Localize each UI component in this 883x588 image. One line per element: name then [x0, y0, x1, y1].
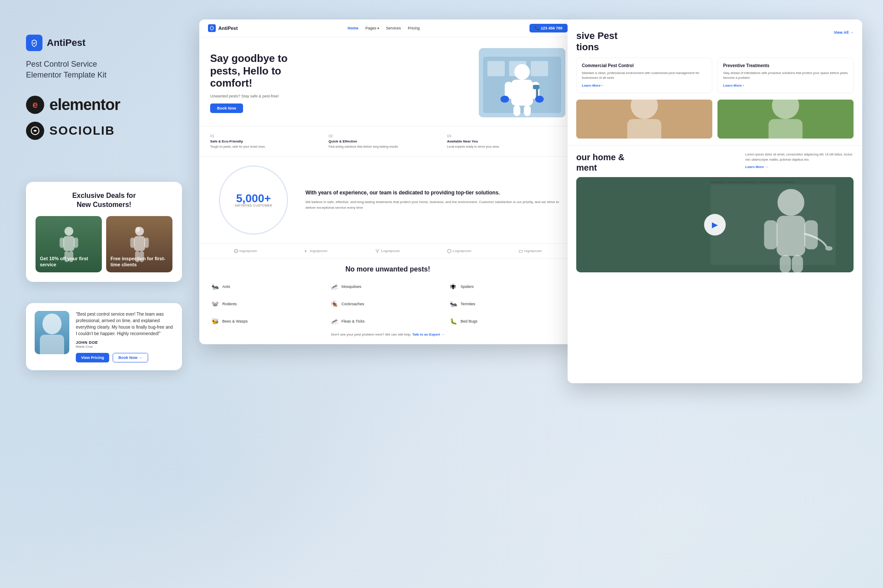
- nav-cta-button[interactable]: 📞 123 456 789: [529, 24, 568, 32]
- protect-home-title: our home &ment: [576, 152, 624, 173]
- about-desc: We believe in safe, effective, and long-…: [305, 200, 565, 211]
- service-image-1: [576, 100, 712, 139]
- deal-label-2: Free inspection for first-time clients: [110, 255, 168, 268]
- service-card-preventive-link[interactable]: Learn More ›: [723, 84, 848, 87]
- right-panel: sive Pest tions View All → Commercial Pe…: [568, 19, 862, 383]
- logo-3: Logoipsum: [375, 249, 400, 253]
- pests-footer: Don't see your pest problem here? We can…: [210, 333, 565, 336]
- pest-name-fleas: Fleas & Ticks: [341, 319, 365, 323]
- bedbug-icon: 🐛: [448, 317, 458, 326]
- pest-item-bedbugs: 🐛 Bed Bugs: [448, 314, 565, 328]
- sociolib-label: SOCIOLIB: [49, 124, 115, 138]
- feature-item-2: 02 Quick & Effective Fast-acting solutio…: [328, 132, 447, 151]
- svg-rect-15: [134, 236, 145, 251]
- protect-home-desc: Lorem ipsum dolor sit amet, consectetur …: [745, 152, 854, 162]
- svg-rect-34: [533, 85, 539, 89]
- protect-home-link[interactable]: Learn More →: [745, 165, 854, 169]
- website-mockup: AntiPest Home Pages ▾ Services Pricing 📞…: [199, 19, 576, 344]
- service-image-2: [717, 100, 854, 139]
- pest-item-rodents: 🐭 Rodents: [210, 297, 327, 311]
- testimonial-quote: "Best pest control service ever! The tea…: [76, 311, 173, 337]
- book-now-button[interactable]: Book Now →: [113, 353, 148, 362]
- nav-link-services[interactable]: Services: [386, 26, 401, 30]
- service-cards-grid: Commercial Pest Control Maintain a clean…: [568, 58, 862, 100]
- svg-rect-24: [487, 61, 505, 76]
- about-title: With years of experience, our team is de…: [305, 189, 565, 197]
- svg-rect-10: [74, 237, 78, 248]
- satisfied-counter: 5,000+ SATISFIED CUSTOMER: [219, 165, 288, 235]
- svg-rect-32: [524, 105, 531, 116]
- pest-item-ants: 🐜 Ants: [210, 280, 327, 294]
- pests-grid: 🐜 Ants 🦟 Mosquitoes 🕷 Spiders 🐭 Rodents …: [210, 280, 565, 328]
- pests-section: No more unwanted pests! 🐜 Ants 🦟 Mosquit…: [199, 259, 576, 344]
- kit-description: Pest Control Service Elementor Template …: [26, 59, 191, 81]
- deal-item-1: Get 10% off your first service: [36, 216, 102, 272]
- service-images-grid: [568, 100, 862, 145]
- nav-brand: AntiPest: [208, 24, 238, 32]
- hero-cta-button[interactable]: Book Now: [210, 103, 243, 113]
- deals-card: Exclusive Deals for New Customers! Get 1…: [26, 182, 182, 282]
- talk-to-expert-link[interactable]: Talk to an Expert →: [412, 333, 445, 336]
- pest-name-spiders: Spiders: [461, 284, 474, 289]
- svg-point-39: [448, 249, 451, 253]
- bee-icon: 🐝: [210, 317, 220, 326]
- ant-icon: 🐜: [210, 282, 220, 291]
- svg-point-7: [64, 226, 73, 236]
- flea-icon: 🦟: [329, 317, 339, 326]
- svg-point-49: [778, 189, 805, 216]
- pest-item-cockroaches: 🪳 Cockroaches: [329, 297, 446, 311]
- sociolib-badge: SOCIOLIB: [26, 122, 191, 140]
- protect-home-section: our home &ment Lorem ipsum dolor sit ame…: [568, 145, 862, 277]
- counter-number: 5,000+: [236, 193, 271, 204]
- pest-item-termites: 🐜 Termites: [448, 297, 565, 311]
- rodent-icon: 🐭: [210, 299, 220, 309]
- play-button[interactable]: ▶: [704, 214, 726, 236]
- elementor-icon: e: [26, 96, 44, 114]
- svg-rect-40: [519, 250, 523, 252]
- svg-rect-50: [776, 216, 805, 256]
- nav-link-home[interactable]: Home: [347, 26, 358, 30]
- svg-point-20: [42, 313, 62, 334]
- pest-item-mosquitoes: 🦟 Mosquitoes: [329, 280, 446, 294]
- service-card-commercial-desc: Maintain a clean, professional environme…: [582, 71, 707, 81]
- pest-name-termites: Termites: [461, 302, 475, 306]
- deals-images: Get 10% off your first service Free insp…: [36, 216, 172, 272]
- svg-rect-28: [511, 80, 533, 106]
- service-card-commercial-link[interactable]: Learn More ›: [582, 84, 707, 87]
- feature-item-3: 03 Available Near You Local experts read…: [447, 132, 565, 151]
- brand-name: AntiPest: [47, 37, 85, 48]
- service-card-commercial-title: Commercial Pest Control: [582, 63, 707, 68]
- testimonial-buttons: View Pricing Book Now →: [76, 353, 173, 362]
- preventive-text-overlay: Preventive Treatments solutions = before…: [711, 180, 795, 185]
- deal-label-1: Get 10% off your first service: [40, 255, 97, 268]
- view-pricing-button[interactable]: View Pricing: [76, 353, 109, 362]
- pest-name-rodents: Rodents: [222, 302, 237, 306]
- svg-rect-16: [130, 237, 134, 248]
- svg-rect-51: [764, 220, 778, 249]
- counter-wrapper: 5,000+ SATISFIED CUSTOMER: [210, 165, 297, 235]
- svg-rect-21: [40, 335, 64, 354]
- svg-point-14: [135, 226, 140, 232]
- testimonial-card: "Best pest control service ever! The tea…: [26, 303, 182, 370]
- view-all-link[interactable]: View All →: [834, 30, 854, 35]
- deals-title: Exclusive Deals for New Customers!: [36, 191, 172, 210]
- comprehensive-title: sive Pest tions: [576, 30, 617, 53]
- features-row: 01 Safe & Eco-Friendly Tough on pests, s…: [199, 126, 576, 157]
- protect-home-header: our home &ment Lorem ipsum dolor sit ame…: [576, 152, 854, 173]
- svg-rect-9: [59, 237, 64, 248]
- nav-brand-text: AntiPest: [218, 26, 238, 31]
- pest-item-spiders: 🕷 Spiders: [448, 280, 565, 294]
- protect-home-desc-block: Lorem ipsum dolor sit amet, consectetur …: [745, 152, 854, 169]
- brand-logo-icon: [26, 35, 42, 51]
- pest-name-ants: Ants: [222, 284, 230, 289]
- pest-name-bedbugs: Bed Bugs: [461, 319, 477, 323]
- testimonial-role: Maria Cruz: [76, 345, 173, 349]
- protect-home-image: ▶: [576, 177, 854, 272]
- service-card-preventive: Preventive Treatments Stay ahead of infe…: [717, 58, 854, 94]
- testimonial-avatar: [35, 311, 69, 354]
- nav-link-pricing[interactable]: Pricing: [408, 26, 420, 30]
- nav-link-pages[interactable]: Pages ▾: [365, 26, 379, 30]
- testimonial-name: JOHN DOE: [76, 340, 173, 345]
- svg-rect-8: [63, 236, 75, 251]
- nav-links: Home Pages ▾ Services Pricing: [347, 26, 420, 30]
